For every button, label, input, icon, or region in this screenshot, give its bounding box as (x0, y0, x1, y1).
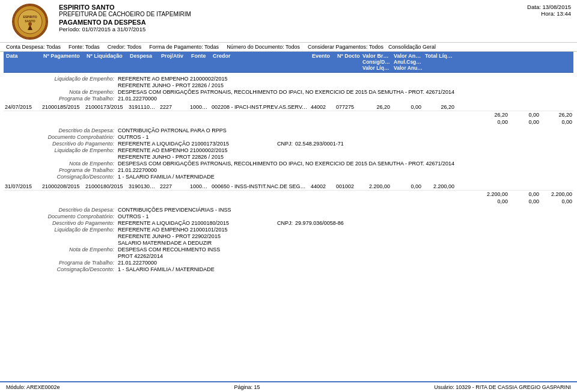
section1-prog-line: Programa de Trabalho: 21.01.22270000 (10, 96, 570, 102)
th-anulcsg: Anul.Csg/Desc (392, 59, 424, 65)
row1-ndoc: 077275 (335, 104, 360, 110)
section2-sub2: 0,00 0,00 0,00 (4, 198, 573, 205)
institution-name: ESPIRITO SANTO (59, 4, 493, 11)
liq-value2: REFERENTE JUNHO - PROT 22826 / 2015 (118, 82, 224, 88)
th-data: Data (5, 53, 42, 71)
th-vliq: Valor Líquido (361, 65, 392, 71)
filter-numero: Número do Documento: Todos (227, 44, 300, 50)
prog-value: 21.01.22270000 (118, 96, 157, 102)
filter-sep3 (144, 44, 147, 50)
header-text: ESPIRITO SANTO PREFEITURA DE CACHOEIRO D… (54, 4, 493, 32)
s2-prog2-value: 21.01.22270000 (118, 260, 157, 266)
th-vanulado: Valor Anulado (392, 53, 424, 59)
liq2-value: REFERENTE AO EMPENHO 21000002/2015 (118, 147, 228, 153)
s2-cnpj-value: 29.979.036/0058-86 (295, 220, 344, 226)
s2-liq2-value3: SALARIO MATERNIDADE A DEDUZIR (118, 240, 212, 246)
section1-liq-line: Liquidação de Empenho: REFERENTE AO EMPE… (10, 76, 570, 82)
section1-preliq: Liquidação de Empenho: REFERENTE AO EMPE… (4, 74, 573, 103)
row1-npag: 21000185/2015 (41, 104, 84, 110)
desc-pag-value: REFERENTE A LIQUIDAÇÃO 21000173/2015 (118, 141, 229, 147)
th-empty2 (424, 65, 457, 71)
doc-comp-line: Documento Comprobatório: OUTROS - 1 (10, 134, 570, 140)
liq2-value2: REFERENTE JUNHO - PROT 22826 / 2015 (118, 154, 224, 160)
liq-label: Liquidação de Empenho: (10, 76, 118, 82)
s2-doc-comp-label: Documento Comprobatório: (10, 213, 118, 219)
prog2-value: 21.01.22270000 (118, 167, 157, 173)
prog2-label: Programa de Trabalho: (10, 167, 118, 173)
row2-credor: 000650 - INSS-INSTIT.NAC.DE SEGURO SOCIA… (210, 183, 310, 189)
row1-evento: 44002 (310, 104, 335, 110)
row1-data: 24/07/2015 (4, 104, 41, 110)
th-evento: Evento (311, 53, 336, 71)
header: ESPIRITO SANTO ESPIRITO SANTO PREFEITURA… (0, 0, 577, 43)
nota2-label: Nota de Empenho: (10, 161, 118, 167)
row2-data: 31/07/2015 (4, 183, 41, 189)
filter-sep5 (302, 44, 305, 50)
liq2-label: Liquidação de Empenho: (10, 147, 118, 153)
consig-value: 1 - SALARIO FAMILIA / MATERNIDADE (118, 174, 215, 180)
sub2-vbruto: 0,00 (478, 119, 509, 125)
filter-consolidacao: Consolidação Geral (388, 44, 436, 50)
row1-tliq: 26,20 (423, 104, 456, 110)
section2-data-row: 31/07/2015 21000208/2015 21000180/2015 3… (4, 183, 573, 191)
s2-cnpj-label: CNPJ: (277, 220, 293, 226)
row2-tliq: 2.200,00 (423, 183, 456, 189)
section1-data-row: 24/07/2015 21000185/2015 21000173/2015 3… (4, 103, 573, 111)
date-label: Data: 13/08/2015 (493, 4, 571, 10)
th-ndoc: Nº Docto (336, 53, 361, 71)
liq2-line1: Liquidação de Empenho: REFERENTE AO EMPE… (10, 147, 570, 153)
s2-consig-line: Consignação/Desconto: 1 - SALARIO FAMILI… (10, 266, 570, 272)
row2-vanulado: 0,00 (391, 183, 423, 189)
svg-point-5 (28, 22, 32, 26)
time-label: Hora: 13:44 (493, 10, 571, 17)
th-empty (424, 59, 457, 65)
s2sub2-vbruto: 0,00 (478, 198, 509, 204)
row1-fonte: 1000000000 (189, 104, 210, 110)
filter-sep1 (63, 44, 66, 50)
page: ESPIRITO SANTO ESPIRITO SANTO PREFEITURA… (0, 0, 577, 392)
s2-liq2-line2: REFERENTE JUNHO - PROT 22902/2015 (10, 233, 570, 239)
th-despesa: Despesa (129, 53, 160, 71)
filter-fonte: Fonte: Todas (69, 44, 100, 50)
liq-label2 (10, 82, 118, 88)
desc-desp-line: Descritivo da Despesa: CONTRIBUIÇÃO PATR… (10, 127, 570, 133)
s2-desc-pag-label: Descritivo do Pagamento: (10, 220, 118, 226)
row2-vbruto: 2.200,00 (360, 183, 391, 189)
sub2-vanul: 0,00 (509, 119, 540, 125)
s2-nota2-line2: PROT 42262/2014 (10, 253, 570, 259)
row2-ndoc: 001002 (335, 183, 360, 189)
cnpj-value: 02.548.293/0001-71 (295, 141, 344, 147)
table-header-wrapper: Data Nº Pagamento Nº Liquidação Despesa … (0, 52, 577, 73)
filter-credor: Credor: Todos (108, 44, 141, 50)
s2sub2-vanul: 0,00 (509, 198, 540, 204)
consig-label: Consignação/Desconto: (10, 174, 118, 180)
th-nliq: Nº Liquidação (85, 53, 129, 71)
s2-nota2-line: Nota de Empenho: DESPESAS COM RECOLHIMEN… (10, 247, 570, 253)
s2-prog2-label: Programa de Trabalho: (10, 260, 118, 266)
footer-usuario: Usuário: 10329 - RITA DE CASSIA GREGIO G… (434, 384, 571, 390)
s2-liq2-line1: Liquidação de Empenho: REFERENTE AO EMPE… (10, 227, 570, 233)
th-vbruto: Valor Bruto (361, 53, 392, 59)
s2-desc-pag-value: REFERENTE A LIQUIDAÇÃO 21000180/2015 (118, 220, 229, 226)
row2-projativ: 2227 (159, 183, 189, 189)
s2-liq2-value: REFERENTE AO EMPENHO 21000101/2015 (118, 227, 228, 233)
prog-label: Programa de Trabalho: (10, 96, 118, 102)
footer-modulo: Módulo: AREXE0002e (6, 384, 60, 390)
section2-details: Descritivo da Despesa: CONTRIBUIÇÕES PRE… (4, 205, 573, 274)
filter-sep2 (102, 44, 105, 50)
row2-fonte: 1000000000 (189, 183, 210, 189)
s2sub1-tliq: 2.200,00 (540, 191, 573, 197)
th-anulliq: Valor Anul.Liq (392, 65, 424, 71)
nota-value: DESPESAS COM OBRIGAÇÕES PATRONAIS, RECOL… (118, 89, 454, 95)
consig-line: Consignação/Desconto: 1 - SALARIO FAMILI… (10, 174, 570, 180)
section1-details: Descritivo da Despesa: CONTRIBUIÇÃO PATR… (4, 126, 573, 182)
filter-sep4 (221, 44, 224, 50)
th-credor: Credor (212, 53, 311, 71)
sub1-vanul: 0,00 (509, 112, 540, 118)
s2-consig-value: 1 - SALARIO FAMILIA / MATERNIDADE (118, 266, 215, 272)
desc-pag-line: Descritivo do Pagamento: REFERENTE A LIQ… (10, 141, 570, 147)
row1-vanulado: 0,00 (391, 104, 423, 110)
row2-despesa: 3190130200 (127, 183, 159, 189)
s2-nota2-value: DESPESAS COM RECOLHIMENTO INSS (118, 247, 220, 253)
svg-text:ESPIRITO: ESPIRITO (23, 15, 37, 19)
